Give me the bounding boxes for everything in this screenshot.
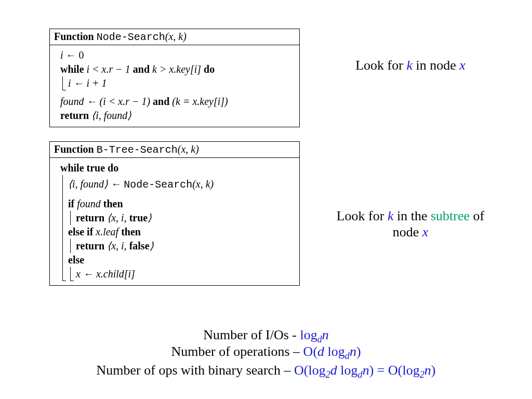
algo1-header: Function Node-Search(x, k) xyxy=(50,29,299,45)
l3-a: Number of ops with binary search – xyxy=(97,363,295,378)
cond2: k > x.key[i] xyxy=(150,63,204,75)
algo1-line3: i ← i + 1 xyxy=(68,76,294,90)
algo2-line1: while true do xyxy=(60,161,294,175)
kw-do2: do xyxy=(108,162,118,174)
annot2-pre: Look for xyxy=(337,208,388,223)
arrow: ← xyxy=(63,49,79,61)
algo2-fn: B-Tree-Search xyxy=(97,144,178,156)
algo1-body: i ← 0 while i < x.r − 1 and k > x.key[i]… xyxy=(50,45,299,127)
kw-and2: and xyxy=(153,96,169,107)
kw-then2: then xyxy=(121,226,141,237)
kw-while2: while xyxy=(60,162,84,174)
algo2-args: (x, k) xyxy=(178,143,199,155)
algo1-while-block: i ← i + 1 xyxy=(62,76,294,90)
l1-b: log xyxy=(300,327,317,342)
kw-else: else xyxy=(68,254,84,265)
kw-do: do xyxy=(204,63,215,75)
if-cond: found xyxy=(74,198,103,209)
algorithm-box-node-search: Function Node-Search(x, k) i ← 0 while i… xyxy=(49,29,300,127)
l3-sub1: 2 xyxy=(326,369,330,380)
l3-b: O(log xyxy=(294,363,326,378)
l3-close: ) xyxy=(431,363,436,378)
kw-true: true xyxy=(129,212,148,223)
l2-d: d xyxy=(317,344,324,359)
kw-then: then xyxy=(103,198,123,209)
algo2-line6: return ⟨x, i, false⟩ xyxy=(76,239,294,253)
algo2-kw: Function xyxy=(54,143,94,155)
cond1: i < x.r − 1 xyxy=(84,63,133,75)
algo2-body: while true do ⟨i, found⟩ ← Node-Search(x… xyxy=(50,158,299,285)
algo2-if-block: return ⟨x, i, true⟩ xyxy=(70,211,294,225)
algorithm-box-btree-search: Function B-Tree-Search(x, k) while true … xyxy=(49,141,300,286)
zero: 0 xyxy=(79,49,84,61)
annot2-mid: in the xyxy=(393,208,431,223)
kw-return2: return xyxy=(76,212,104,223)
tail: (k = x.key[i]) xyxy=(169,96,228,107)
annot1-k: k xyxy=(406,58,413,73)
kw-elseif: else if xyxy=(68,226,93,237)
annot1-pre: Look for xyxy=(355,58,406,73)
algo2-while-block: ⟨i, found⟩ ← Node-Search(x, k) if found … xyxy=(62,175,294,281)
algo2-elseif-block: return ⟨x, i, false⟩ xyxy=(70,239,294,253)
algo2-header: Function B-Tree-Search(x, k) xyxy=(50,142,299,158)
l2-close: ) xyxy=(356,344,361,359)
l3-mid: ) = O(log xyxy=(369,363,420,378)
algo1-fn: Node-Search xyxy=(97,31,165,43)
algo1-kw: Function xyxy=(54,31,94,42)
algo1-line2: while i < x.r − 1 and k > x.key[i] do xyxy=(60,62,294,76)
l2-sub: d xyxy=(345,351,350,361)
elseif-cond: x.leaf xyxy=(93,226,121,237)
retval3a: ⟨x, i, xyxy=(104,240,129,251)
kw-false: false xyxy=(129,240,150,251)
l1-c: n xyxy=(322,327,329,342)
l3-sub3: 2 xyxy=(420,369,424,380)
algo2-line8: x ← x.child[i] xyxy=(76,267,294,281)
algo2-line5: else if x.leaf then xyxy=(68,225,294,239)
retval: ⟨i, found⟩ xyxy=(89,110,131,121)
kw-and: and xyxy=(133,63,150,75)
algo1-args: (x, k) xyxy=(165,31,187,42)
l3-n2: n xyxy=(424,363,431,378)
annotation-2: Look for k in the subtree of node x xyxy=(332,208,488,240)
l2-a: Number of operations – xyxy=(171,344,303,359)
lhs: ⟨i, found⟩ ← xyxy=(68,178,124,190)
call-args: (x, k) xyxy=(192,178,214,190)
kw-return: return xyxy=(60,110,89,121)
spacer xyxy=(60,90,294,95)
l3-log: log xyxy=(337,363,358,378)
kw-if: if xyxy=(68,198,74,209)
l2-n: n xyxy=(350,344,356,359)
annotation-1: Look for k in node x xyxy=(332,57,488,73)
kw-return3: return xyxy=(76,240,104,251)
algo2-else-block: x ← x.child[i] xyxy=(70,267,294,281)
annot2-subtree: subtree xyxy=(431,208,470,223)
algo1-line4: found ← (i < x.r − 1) and (k = x.key[i]) xyxy=(60,95,294,109)
call-fn: Node-Search xyxy=(124,179,192,191)
assign: found ← (i < x.r − 1) xyxy=(60,96,153,107)
algo2-line2: ⟨i, found⟩ ← Node-Search(x, k) xyxy=(68,175,294,194)
algo2-line7: else xyxy=(68,253,294,267)
annot2-k: k xyxy=(388,208,394,223)
complexity-line-2: Number of operations – O(d logdn) xyxy=(0,343,532,363)
l3-d: d xyxy=(330,363,337,378)
kw-true-cond: true xyxy=(84,162,108,174)
algo2-line4: return ⟨x, i, true⟩ xyxy=(76,211,294,225)
l3-n: n xyxy=(363,363,369,378)
algo1-line1: i ← 0 xyxy=(60,48,294,62)
l1-a: Number of I/Os - xyxy=(203,327,300,342)
kw-while: while xyxy=(60,63,84,75)
annot1-mid: in node xyxy=(413,58,459,73)
retval2b: ⟩ xyxy=(148,212,152,223)
complexity-line-3: Number of ops with binary search – O(log… xyxy=(0,362,532,381)
l3-sub2: d xyxy=(358,369,363,380)
l2-log: log xyxy=(324,344,345,359)
algo1-line5: return ⟨i, found⟩ xyxy=(60,109,294,123)
retval2a: ⟨x, i, xyxy=(104,212,129,223)
l2-b: O( xyxy=(303,344,317,359)
algo2-line3: if found then xyxy=(68,197,294,211)
annot2-x: x xyxy=(422,224,429,240)
annot1-x: x xyxy=(459,58,466,73)
retval3b: ⟩ xyxy=(150,240,154,251)
